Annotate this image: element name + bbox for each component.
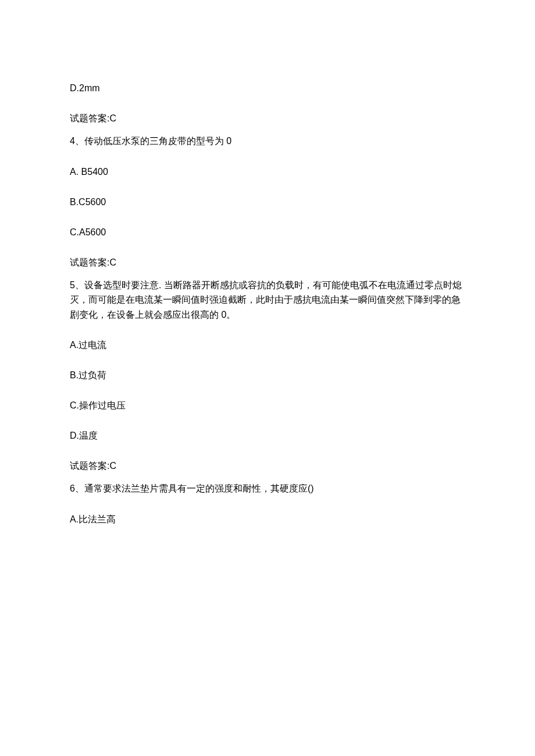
question-text: 6、通常要求法兰垫片需具有一定的强度和耐性，其硬度应() — [70, 483, 314, 493]
answer-text: 试题答案:C — [70, 113, 116, 123]
option-text: C.A5600 — [70, 227, 106, 237]
option-text: B.过负荷 — [70, 370, 106, 380]
question-text: 4、传动低压水泵的三角皮带的型号为 0 — [70, 136, 231, 146]
option-text: B.C5600 — [70, 197, 106, 207]
option-a-overcurrent: A.过电流 — [70, 338, 465, 352]
option-b-overload: B.过负荷 — [70, 368, 465, 382]
option-text: A.比法兰高 — [70, 514, 116, 524]
option-a-higher-than-flange: A.比法兰高 — [70, 513, 465, 526]
answer-line-3: 试题答案:C — [70, 459, 465, 473]
option-text: A.过电流 — [70, 340, 106, 350]
option-d-2mm: D.2mm — [70, 81, 465, 95]
question-5: 5、设备选型时要注意. 当断路器开断感抗或容抗的负载时，有可能使电弧不在电流通过… — [70, 278, 465, 323]
option-text: D.温度 — [70, 431, 98, 440]
answer-text: 试题答案:C — [70, 257, 116, 267]
option-c-a5600: C.A5600 — [70, 225, 465, 239]
option-b-c5600: B.C5600 — [70, 195, 465, 209]
option-text: C.操作过电压 — [70, 400, 126, 410]
option-d-temperature: D.温度 — [70, 429, 465, 443]
option-text: A. B5400 — [70, 167, 108, 177]
option-a-b5400: A. B5400 — [70, 165, 465, 179]
question-6: 6、通常要求法兰垫片需具有一定的强度和耐性，其硬度应() — [70, 481, 465, 496]
answer-line-1: 试题答案:C — [70, 112, 465, 126]
option-text: D.2mm — [70, 83, 100, 93]
question-text: 5、设备选型时要注意. 当断路器开断感抗或容抗的负载时，有可能使电弧不在电流通过… — [70, 280, 462, 320]
answer-line-2: 试题答案:C — [70, 256, 465, 270]
question-4: 4、传动低压水泵的三角皮带的型号为 0 — [70, 134, 465, 149]
option-c-overvoltage: C.操作过电压 — [70, 399, 465, 413]
answer-text: 试题答案:C — [70, 461, 116, 471]
